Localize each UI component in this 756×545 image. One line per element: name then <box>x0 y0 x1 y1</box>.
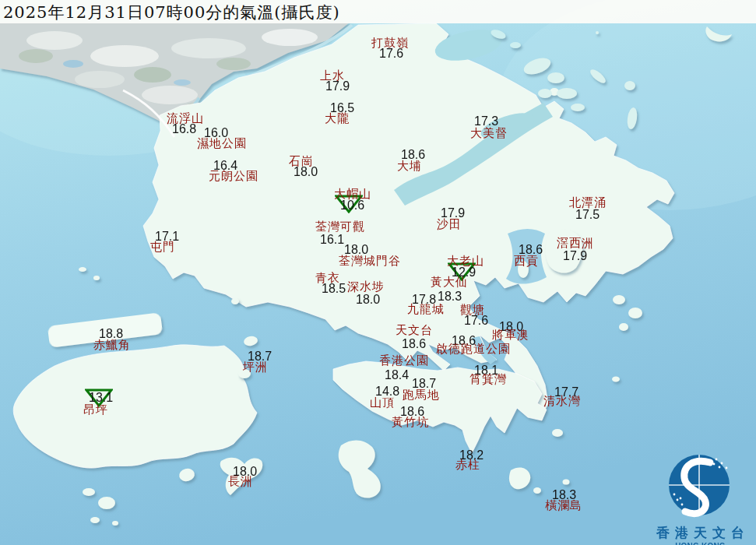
station-temp: 18.0 <box>356 294 380 306</box>
station-name: 北潭涌 <box>569 197 607 209</box>
station-name: 大隴 <box>325 113 350 125</box>
stations-layer: 17.6 打鼓嶺 17.9 上水 16.5 大隴 17.3 大美督 <box>0 0 756 545</box>
station-name: 石崗 <box>289 156 314 167</box>
station-name: 青衣 <box>315 272 340 284</box>
station-name: 將軍澳 <box>492 329 529 341</box>
station-name: 黃竹坑 <box>392 417 429 428</box>
station-name: 大老山 <box>447 255 484 267</box>
station-name: 荃灣可觀 <box>315 221 365 233</box>
station-name: 荃灣城門谷 <box>339 255 401 267</box>
station-name: 黃大仙 <box>431 276 468 288</box>
station-temp: 18.4 <box>385 369 409 382</box>
station-name: 香港公園 <box>379 355 429 367</box>
station-name: 跑馬地 <box>403 389 440 401</box>
station-name: 橫瀾島 <box>545 500 582 512</box>
station-name: 大帽山 <box>334 188 371 200</box>
station-name: 屯門 <box>150 241 175 253</box>
temperature-map-page: 2025年12月31日07時00分的氣溫(攝氏度) 17.6 打鼓嶺 17.9 … <box>0 0 756 545</box>
station-name: 啟德跑道公園 <box>436 343 511 355</box>
station-name: 赤鱲角 <box>93 339 131 351</box>
station-temp: 10.6 <box>340 199 364 212</box>
station-name: 筲箕灣 <box>469 374 507 385</box>
station-name: 坪洲 <box>243 361 268 373</box>
station-name: 昂坪 <box>83 404 108 416</box>
station-temp: 17.9 <box>563 250 587 262</box>
station-name: 元朗公園 <box>209 171 258 182</box>
station-name: 天文台 <box>396 325 433 336</box>
station-temp: 16.1 <box>320 234 344 246</box>
station-name: 九龍城 <box>407 304 445 315</box>
station-name: 山頂 <box>370 397 395 409</box>
station-name: 觀塘 <box>460 304 485 316</box>
hko-logo-icon <box>645 452 756 520</box>
station-name: 長洲 <box>228 476 253 487</box>
station-name: 赤柱 <box>455 459 480 471</box>
station-name: 大埔 <box>397 160 422 172</box>
station-temp: 17.5 <box>575 209 600 221</box>
hko-logo: 香港天文台 HONG KONG OBSERVATORY <box>645 452 756 545</box>
station-name: 深水埗 <box>347 281 385 293</box>
logo-org-name-en: HONG KONG OBSERVATORY <box>645 542 756 545</box>
station-name: 上水 <box>320 70 345 82</box>
station-name: 流浮山 <box>167 113 204 125</box>
station-name: 濕地公園 <box>197 138 247 149</box>
station-name: 西貢 <box>514 255 539 267</box>
station-name: 沙田 <box>437 219 462 230</box>
station-temp: 18.3 <box>438 290 462 303</box>
station-name: 大美督 <box>470 128 508 139</box>
station-name: 滘西洲 <box>557 237 594 249</box>
station-name: 清水灣 <box>543 396 581 407</box>
station-temp: 18.6 <box>402 338 426 350</box>
station-name: 打鼓嶺 <box>371 37 409 49</box>
logo-org-name-zh: 香港天文台 <box>645 524 756 542</box>
